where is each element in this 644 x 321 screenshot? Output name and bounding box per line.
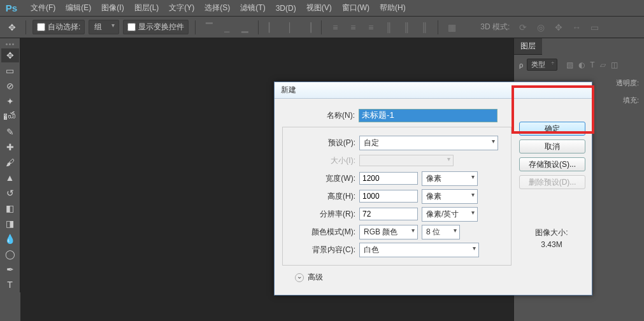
separator [321,20,322,34]
size-label: 大小(I): [283,155,359,166]
menu-type[interactable]: 文字(Y) [164,0,199,16]
move-tool-indicator-icon: ✥ [5,20,19,34]
menu-window[interactable]: 窗口(W) [337,0,375,16]
auto-select-target-dropdown[interactable]: 组 [89,20,119,34]
align-right-icon[interactable]: ▕ [301,20,315,34]
roll-3d-icon[interactable]: ◎ [534,20,548,34]
tool-palette: ✥ ▭ ⊘ ✦ �యే ✎ ✚ 🖌 ▲ ↺ ◧ ◨ 💧 ◯ ✒ T [0,38,20,292]
image-size-value: 3.43M [523,239,580,251]
blur-tool[interactable]: 💧 [1,232,19,246]
dialog-titlebar[interactable]: 新建 [275,82,592,99]
width-input[interactable] [359,172,418,185]
lasso-tool[interactable]: ⊘ [1,79,19,93]
auto-select-label: 自动选择: [48,22,80,32]
mode-3d-label: 3D 模式: [480,22,510,32]
distribute-hcenter-icon[interactable]: ║ [399,20,413,34]
image-size-block: 图像大小: 3.43M [523,227,580,251]
resolution-label: 分辨率(R): [283,209,359,220]
history-brush-tool[interactable]: ↺ [1,186,19,200]
chevron-down-icon: › [295,273,304,282]
height-input[interactable] [359,190,418,203]
auto-align-icon[interactable]: ▦ [445,20,459,34]
show-transform-check[interactable] [127,23,136,31]
color-mode-dropdown[interactable]: RGB 颜色 [359,225,418,239]
name-input[interactable] [359,109,497,122]
color-mode-label: 颜色模式(M): [283,227,359,238]
menu-view[interactable]: 视图(V) [301,0,337,16]
gradient-tool[interactable]: ◨ [1,217,19,231]
kind-filter-dropdown[interactable]: 类型 [527,59,557,71]
height-unit-dropdown[interactable]: 像素 [422,189,478,204]
fill-label: 填充: [623,96,639,105]
size-dropdown [359,155,454,166]
show-transform-checkbox[interactable]: 显示变换控件 [123,20,189,34]
separator [195,20,196,34]
bg-content-dropdown[interactable]: 白色 [359,243,479,257]
move-tool[interactable]: ✥ [1,48,19,62]
opacity-label: 透明度: [616,78,639,88]
width-unit-dropdown[interactable]: 像素 [422,171,478,186]
show-transform-label: 显示变换控件 [138,22,184,32]
align-hcenter-icon[interactable]: │ [283,20,297,34]
align-bottom-icon[interactable]: ▁ [238,20,252,34]
align-left-icon[interactable]: ▏ [265,20,279,34]
clone-stamp-tool[interactable]: ▲ [1,171,19,185]
align-top-icon[interactable]: ▔ [202,20,216,34]
auto-select-check[interactable] [37,23,45,31]
resolution-unit-dropdown[interactable]: 像素/英寸 [422,207,478,222]
align-vcenter-icon[interactable]: ⎯ [220,20,234,34]
filter-shape-icon[interactable]: ▱ [600,61,606,69]
orbit-3d-icon[interactable]: ⟳ [516,20,530,34]
preset-label: 预设(P): [283,138,359,148]
zoom-3d-icon[interactable]: ▭ [587,20,601,34]
separator [258,20,259,34]
dodge-tool[interactable]: ◯ [1,247,19,261]
distribute-top-icon[interactable]: ≡ [328,20,342,34]
layers-panel-tab[interactable]: 图层 [514,38,542,55]
save-preset-button[interactable]: 存储预设(S)... [519,157,585,171]
auto-select-checkbox[interactable]: 自动选择: [32,20,85,34]
type-tool[interactable]: T [1,278,19,292]
preset-dropdown[interactable]: 自定 [359,136,498,150]
slide-3d-icon[interactable]: ↔ [569,20,583,34]
menu-image[interactable]: 图像(I) [96,0,129,16]
menu-3d[interactable]: 3D(D) [271,1,301,15]
cancel-button[interactable]: 取消 [519,139,585,153]
image-size-label: 图像大小: [523,227,580,239]
layer-filter-row: ρ 类型 ▧ ◐ T ▱ ◫ [514,55,644,75]
ps-logo: Ps [4,2,19,15]
resolution-input[interactable] [359,208,418,220]
eraser-tool[interactable]: ◧ [1,201,19,215]
menu-filter[interactable]: 滤镜(T) [235,0,270,16]
dialog-title-text: 新建 [281,85,296,96]
filter-smart-icon[interactable]: ◫ [611,61,618,69]
menu-help[interactable]: 帮助(H) [375,0,411,16]
healing-brush-tool[interactable]: ✚ [1,140,19,154]
filter-pixel-icon[interactable]: ▧ [566,61,573,69]
separator [438,20,438,34]
menu-file[interactable]: 文件(F) [25,0,61,16]
height-label: 高度(H): [283,191,359,202]
menu-layer[interactable]: 图层(L) [129,0,164,16]
distribute-left-icon[interactable]: ║ [382,20,396,34]
marquee-tool[interactable]: ▭ [1,64,19,78]
separator [25,20,26,34]
magic-wand-tool[interactable]: ✦ [1,94,19,108]
advanced-toggle[interactable]: › 高级 [295,272,584,283]
pen-tool[interactable]: ✒ [1,262,19,276]
distribute-bottom-icon[interactable]: ≡ [364,20,378,34]
menu-select[interactable]: 选择(S) [199,0,235,16]
distribute-right-icon[interactable]: ║ [417,20,431,34]
pan-3d-icon[interactable]: ✥ [552,20,566,34]
filter-adjust-icon[interactable]: ◐ [578,61,585,69]
menubar: Ps 文件(F) 编辑(E) 图像(I) 图层(L) 文字(Y) 选择(S) 滤… [0,0,644,17]
ok-button[interactable]: 确定 [519,122,585,136]
distribute-vcenter-icon[interactable]: ≡ [346,20,360,34]
crop-tool[interactable]: �యే [1,110,19,124]
filter-type-icon[interactable]: T [590,61,594,69]
bit-depth-dropdown[interactable]: 8 位 [422,225,460,239]
menu-edit[interactable]: 编辑(E) [61,0,96,16]
brush-tool[interactable]: 🖌 [1,155,19,169]
eyedropper-tool[interactable]: ✎ [1,125,19,139]
palette-grip-icon[interactable] [1,43,19,45]
